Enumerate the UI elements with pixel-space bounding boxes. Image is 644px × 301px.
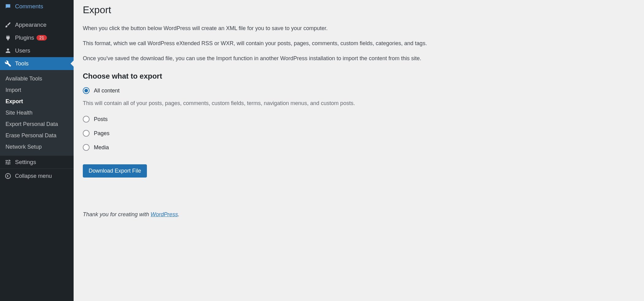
all-content-description: This will contain all of your posts, pag… bbox=[83, 100, 635, 107]
sidebar-item-tools[interactable]: Tools bbox=[0, 57, 74, 70]
sidebar-item-settings[interactable]: Settings bbox=[0, 156, 74, 169]
sidebar-item-plugins[interactable]: Plugins 21 bbox=[0, 31, 74, 44]
footer-credit: Thank you for creating with WordPress. bbox=[83, 211, 635, 218]
submenu-import[interactable]: Import bbox=[0, 84, 74, 96]
radio-pages[interactable] bbox=[83, 130, 90, 137]
export-options-group: All content This will contain all of you… bbox=[83, 87, 635, 151]
sidebar-item-label: Settings bbox=[15, 159, 36, 166]
collapse-menu-button[interactable]: Collapse menu bbox=[0, 169, 74, 183]
sidebar-item-label: Appearance bbox=[15, 22, 46, 28]
settings-icon bbox=[5, 159, 11, 166]
submenu-site-health[interactable]: Site Health bbox=[0, 107, 74, 119]
sidebar-item-label: Plugins bbox=[15, 34, 34, 41]
sidebar-item-appearance[interactable]: Appearance bbox=[0, 18, 74, 31]
download-export-button[interactable]: Download Export File bbox=[83, 164, 147, 178]
sidebar-item-users[interactable]: Users bbox=[0, 44, 74, 57]
page-title: Export bbox=[83, 4, 635, 16]
intro-paragraph-3: Once you've saved the download file, you… bbox=[83, 54, 635, 63]
footer-suffix: . bbox=[178, 211, 179, 217]
svg-point-0 bbox=[6, 174, 11, 179]
collapse-label: Collapse menu bbox=[15, 173, 52, 179]
radio-posts[interactable] bbox=[83, 116, 90, 123]
section-heading: Choose what to export bbox=[83, 72, 635, 80]
sidebar-item-label: Comments bbox=[15, 3, 43, 10]
submenu-available-tools[interactable]: Available Tools bbox=[0, 73, 74, 84]
user-icon bbox=[5, 47, 11, 54]
radio-posts-label[interactable]: Posts bbox=[94, 116, 108, 123]
intro-paragraph-2: This format, which we call WordPress eXt… bbox=[83, 39, 635, 48]
plugin-update-badge: 21 bbox=[36, 35, 47, 41]
footer-prefix: Thank you for creating with bbox=[83, 211, 151, 217]
submenu-erase-personal-data[interactable]: Erase Personal Data bbox=[0, 130, 74, 141]
brush-icon bbox=[5, 22, 11, 28]
tools-submenu: Available Tools Import Export Site Healt… bbox=[0, 70, 74, 156]
collapse-icon bbox=[5, 173, 11, 179]
intro-paragraph-1: When you click the button below WordPres… bbox=[83, 24, 635, 33]
radio-media-label[interactable]: Media bbox=[94, 144, 109, 151]
submenu-network-setup[interactable]: Network Setup bbox=[0, 141, 74, 153]
sidebar-item-comments[interactable]: Comments bbox=[0, 0, 74, 13]
comment-icon bbox=[5, 3, 11, 10]
sidebar-item-label: Users bbox=[15, 47, 30, 54]
plugin-icon bbox=[5, 34, 11, 41]
wrench-icon bbox=[5, 60, 11, 67]
submenu-export-personal-data[interactable]: Export Personal Data bbox=[0, 119, 74, 130]
main-content: Export When you click the button below W… bbox=[74, 0, 644, 301]
sidebar-item-label: Tools bbox=[15, 60, 29, 67]
radio-pages-label[interactable]: Pages bbox=[94, 130, 109, 137]
radio-media[interactable] bbox=[83, 144, 90, 151]
wordpress-link[interactable]: WordPress bbox=[151, 211, 178, 217]
radio-all-content[interactable] bbox=[83, 87, 90, 94]
admin-sidebar: Comments Appearance Plugins 21 Users Too… bbox=[0, 0, 74, 301]
submenu-export[interactable]: Export bbox=[0, 96, 74, 107]
radio-all-content-label[interactable]: All content bbox=[94, 88, 120, 94]
